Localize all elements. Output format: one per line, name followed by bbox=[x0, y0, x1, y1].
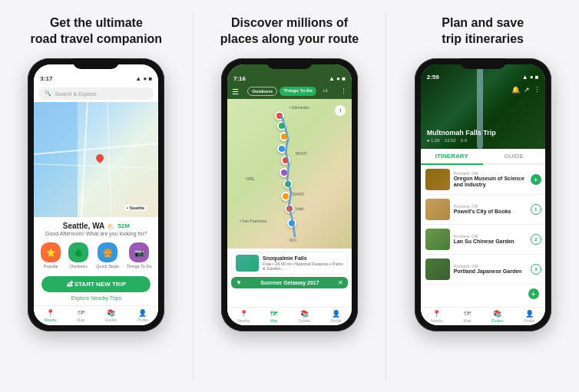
tab-itinerary[interactable]: ITINERARY bbox=[421, 149, 483, 165]
category-icons: ⭐ Popular 🌲 Outdoors 🍔 Quick Stops 📷 Thi… bbox=[34, 238, 158, 273]
tab2-map[interactable]: 🗺 Map bbox=[270, 310, 278, 323]
idaho-label: IDAHO bbox=[292, 192, 304, 196]
itin-info-4: Portland, OR Portland Japanese Garden bbox=[454, 264, 527, 275]
search-bar[interactable]: 🔍 Search & Explore bbox=[38, 87, 154, 100]
things-to-do-btn[interactable]: 📷 Things To Do bbox=[127, 242, 151, 268]
itin-item-2: Portland, OR Powell's City of Books 1 bbox=[421, 195, 545, 225]
route-svg bbox=[227, 99, 352, 249]
menu-icon[interactable]: ☰ bbox=[232, 87, 239, 96]
panel2-title: Discover millions of places along your r… bbox=[220, 15, 359, 48]
toolbar-2: ☰ Outdoors Things To Do +1 ⋮ bbox=[227, 85, 352, 99]
phone2-screen: 7:16 ▲ ● ■ ☰ Outdoors Things To Do +1 ⋮ bbox=[227, 64, 352, 325]
tag-more[interactable]: +1 bbox=[319, 87, 332, 96]
location-card: Snoqualmie Falls Free • 24.00 mi • Natio… bbox=[231, 252, 348, 275]
phone1-notch bbox=[73, 58, 119, 69]
popular-label: Popular bbox=[44, 264, 58, 268]
tab2-nearby[interactable]: 📍 Nearby bbox=[237, 310, 250, 323]
tab-guide[interactable]: GUIDE bbox=[483, 149, 545, 163]
filter-tags: Outdoors Things To Do +1 bbox=[247, 87, 332, 96]
itin-thumb-3 bbox=[425, 229, 450, 250]
card-name: Snoqualmie Falls bbox=[263, 255, 343, 261]
search-icon: 🔍 bbox=[45, 91, 51, 97]
itin-thumb-1 bbox=[425, 169, 450, 190]
start-trip-button[interactable]: 🏕 START NEW TRIP bbox=[41, 276, 151, 292]
nearby-icon-3: 📍 bbox=[432, 310, 441, 318]
phone1-screen: 3:17 ▲ ● ■ 🔍 Search & Explore • Seattle … bbox=[34, 64, 158, 325]
tab3-nearby[interactable]: 📍 Nearby bbox=[431, 310, 443, 323]
more-options-icon[interactable]: ⋮ bbox=[340, 87, 347, 95]
tab3-guides[interactable]: 📚 Guides bbox=[491, 310, 504, 323]
itinerary-guide-tabs: ITINERARY GUIDE bbox=[421, 149, 545, 165]
tag-things-to-do[interactable]: Things To Do bbox=[280, 87, 316, 96]
bell-icon[interactable]: 🔔 bbox=[511, 86, 520, 94]
trip-bar[interactable]: ▼ Summer Getaway 2017 ✕ bbox=[231, 277, 348, 288]
panel3-title: Plan and save trip itineraries bbox=[442, 15, 524, 48]
itin-info-2: Portland, OR Powell's City of Books bbox=[454, 204, 527, 215]
itin-name-1: Oregon Museum of Scienceand Industry bbox=[454, 176, 527, 189]
panel-discover: Discover millions of places along your r… bbox=[194, 0, 386, 392]
nearby-icon-2: 📍 bbox=[240, 310, 248, 318]
guides-icon: 📚 bbox=[107, 309, 115, 317]
panel2-title-line2: places along your route bbox=[220, 32, 359, 45]
more-icon[interactable]: ⋮ bbox=[534, 86, 541, 94]
status-time: 3:17 bbox=[40, 75, 52, 82]
step-number-2: 2 bbox=[531, 234, 541, 245]
bottom-tab-bar-3: 📍 Nearby 🗺 Map 📚 Guides 👤 Profile bbox=[421, 307, 545, 325]
popular-btn[interactable]: ⭐ Popular bbox=[41, 242, 61, 268]
itin-name-3: Lan Su Chinese Garden bbox=[454, 239, 527, 245]
panel-road-companion: Get the ultimate road travel companion 3… bbox=[0, 0, 193, 392]
outdoors-label: Outdoors bbox=[70, 264, 88, 268]
tag-outdoors[interactable]: Outdoors bbox=[247, 87, 277, 96]
card-content: Snoqualmie Falls Free • 24.00 mi • Natio… bbox=[232, 252, 347, 274]
panel1-title: Get the ultimate road travel companion bbox=[31, 15, 163, 48]
tab-guides[interactable]: 📚 Guides bbox=[104, 309, 117, 322]
tab-map[interactable]: 🗺 Map bbox=[77, 309, 84, 322]
add-more-button[interactable]: + bbox=[528, 288, 539, 299]
outdoors-btn[interactable]: 🌲 Outdoors bbox=[68, 242, 88, 268]
hero-image: 2:59 ▲ ● ■ 🔔 ↗ ⋮ Multnomah Falls Trip ● … bbox=[421, 64, 545, 149]
sf-label: • San Francisco bbox=[240, 219, 266, 223]
tab3-profile[interactable]: 👤 Profile bbox=[524, 310, 534, 323]
itinerary-list: Portland, OR Oregon Museum of Scienceand… bbox=[421, 165, 545, 325]
tab2-profile[interactable]: 👤 Profile bbox=[331, 310, 342, 323]
popular-icon: ⭐ bbox=[41, 242, 61, 262]
hero-title-area: Multnomah Falls Trip ● 1:29 13:52 0.0 bbox=[427, 129, 496, 143]
tab2-guides[interactable]: 📚 Guides bbox=[298, 310, 310, 323]
tab-profile[interactable]: 👤 Profile bbox=[137, 309, 148, 322]
map-location-pin bbox=[94, 152, 105, 163]
close-trip-icon[interactable]: ✕ bbox=[338, 279, 343, 286]
nearby-icon: 📍 bbox=[46, 309, 55, 317]
itin-thumb-4 bbox=[425, 259, 450, 280]
road-v2 bbox=[107, 102, 111, 217]
share-icon[interactable]: ↗ bbox=[524, 86, 530, 94]
trip-name: Summer Getaway 2017 bbox=[260, 280, 319, 285]
panel2-title-line1: Discover millions of bbox=[231, 16, 348, 29]
thingstodo-icon: 📷 bbox=[129, 242, 149, 262]
hero-stat-1: ● 1:29 bbox=[427, 138, 440, 143]
itin-item-4: Portland, OR Portland Japanese Garden 3 bbox=[421, 255, 545, 285]
quick-stops-btn[interactable]: 🍔 Quick Stops bbox=[96, 242, 119, 268]
hero-status-time: 2:59 bbox=[427, 74, 439, 81]
map-view: • Seattle bbox=[34, 102, 158, 217]
quickstops-label: Quick Stops bbox=[96, 264, 119, 268]
add-button-1[interactable]: + bbox=[531, 174, 541, 185]
itin-name-4: Portland Japanese Garden bbox=[454, 268, 527, 275]
tab3-map[interactable]: 🗺 Map bbox=[464, 310, 471, 323]
utah-label: Utah bbox=[296, 206, 304, 211]
map-icon-3: 🗺 bbox=[464, 310, 471, 318]
tab-nearby[interactable]: 📍 Nearby bbox=[45, 309, 57, 322]
bottom-tab-bar-2: 📍 Nearby 🗺 Map 📚 Guides 👤 Profile bbox=[227, 307, 352, 325]
nev-label: NEV. bbox=[290, 239, 297, 242]
itin-item-1: Portland, OR Oregon Museum of Scienceand… bbox=[421, 165, 545, 195]
ore-label: ORE. bbox=[246, 176, 255, 181]
seattle-label: • Seattle bbox=[124, 205, 147, 211]
map-water bbox=[34, 102, 78, 217]
profile-icon-2: 👤 bbox=[332, 310, 340, 318]
guides-icon-2: 📚 bbox=[300, 310, 309, 318]
thingstodo-label: Things To Do bbox=[127, 264, 151, 268]
card-thumbnail bbox=[236, 255, 259, 272]
search-placeholder: Search & Explore bbox=[55, 91, 96, 97]
explore-link[interactable]: Explore Nearby Trips bbox=[34, 295, 158, 301]
title-line2: road travel companion bbox=[31, 32, 163, 45]
panel3-title-line2: trip itineraries bbox=[442, 32, 524, 45]
